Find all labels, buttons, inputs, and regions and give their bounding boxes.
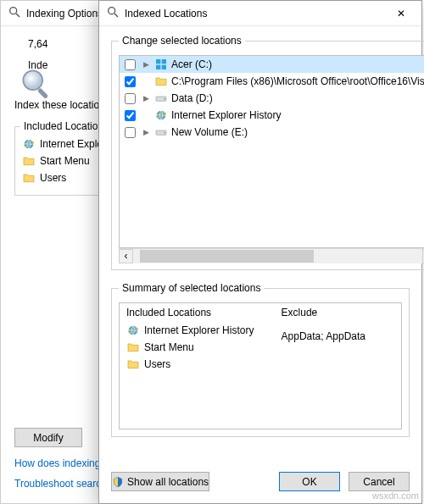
how-indexing-link[interactable]: How does indexing a xyxy=(14,457,109,469)
tree-checkbox[interactable] xyxy=(125,93,136,104)
modify-button[interactable]: Modify xyxy=(14,428,82,447)
list-item-label: Start Menu xyxy=(40,155,90,167)
cancel-button[interactable]: Cancel xyxy=(349,472,410,491)
tree-checkbox[interactable] xyxy=(125,110,136,121)
troubleshoot-link[interactable]: Troubleshoot search xyxy=(14,478,109,490)
summary-item-label: Users xyxy=(144,358,170,370)
tree-row[interactable]: ▶New Volume (E:) xyxy=(120,124,424,141)
modal-titlebar: Indexed Locations ✕ xyxy=(99,1,421,26)
svg-line-7 xyxy=(114,14,118,17)
tree-row-label: New Volume (E:) xyxy=(171,126,248,138)
modal-title: Indexed Locations xyxy=(125,8,207,19)
locations-tree[interactable]: ▶Acer (C:)C:\Program Files (x86)\Microso… xyxy=(119,55,424,248)
summary-exclude-item: AppData; AppData xyxy=(282,329,394,344)
close-button[interactable]: ✕ xyxy=(382,1,420,25)
tree-row-label: Data (D:) xyxy=(171,92,213,104)
watermark: wsxdn.com xyxy=(372,490,419,501)
tree-row-label: C:\Program Files (x86)\Microsoft Office\… xyxy=(171,75,424,87)
show-all-locations-button[interactable]: Show all locations xyxy=(111,472,209,491)
tree-row[interactable]: ▶Data (D:) xyxy=(120,90,424,107)
shield-icon xyxy=(112,476,124,488)
summary-legend: Summary of selected locations xyxy=(119,282,264,294)
ok-button[interactable]: OK xyxy=(279,472,340,491)
magnifier-illustration xyxy=(20,67,55,105)
summary-exclude-label: AppData; AppData xyxy=(282,330,365,342)
expand-icon[interactable]: ▶ xyxy=(141,94,151,102)
scroll-thumb[interactable] xyxy=(140,250,314,263)
tree-checkbox[interactable] xyxy=(125,59,136,70)
summary-item-label: Start Menu xyxy=(144,341,194,353)
indexed-locations-dialog: Indexed Locations ✕ Change selected loca… xyxy=(98,0,422,504)
svg-point-2 xyxy=(23,70,42,90)
svg-rect-9 xyxy=(162,59,166,64)
tree-checkbox[interactable] xyxy=(125,127,136,138)
expand-icon[interactable]: ▶ xyxy=(141,128,151,136)
svg-point-6 xyxy=(109,8,115,14)
svg-rect-11 xyxy=(162,65,166,69)
summary-item: Users xyxy=(126,356,268,373)
svg-line-1 xyxy=(16,14,20,17)
svg-point-0 xyxy=(10,8,17,14)
tree-row-label: Acer (C:) xyxy=(171,58,212,70)
svg-point-13 xyxy=(164,98,165,100)
summary-item: Internet Explorer History xyxy=(126,322,268,339)
tree-horizontal-scrollbar[interactable]: ‹ › xyxy=(119,248,424,263)
expand-icon[interactable]: ▶ xyxy=(141,60,151,69)
tree-row[interactable]: C:\Program Files (x86)\Microsoft Office\… xyxy=(120,73,424,90)
change-locations-group: Change selected locations ▶Acer (C:)C:\P… xyxy=(111,35,424,270)
summary-group: Summary of selected locations Included L… xyxy=(111,282,410,437)
summary-included-header: Included Locations xyxy=(126,307,268,322)
summary-exclude-header: Exclude xyxy=(282,307,394,322)
summary-item: Start Menu xyxy=(126,339,268,356)
search-icon xyxy=(106,5,120,21)
svg-point-17 xyxy=(164,132,165,134)
tree-checkbox[interactable] xyxy=(125,76,136,87)
tree-row[interactable]: ▶Acer (C:) xyxy=(120,56,424,73)
list-item-label: Users xyxy=(40,172,66,184)
search-icon xyxy=(8,5,21,21)
svg-rect-10 xyxy=(156,65,160,69)
summary-item-label: Internet Explorer History xyxy=(144,324,254,336)
index-count: 7,64 xyxy=(28,36,47,53)
change-locations-legend: Change selected locations xyxy=(119,35,245,47)
tree-row[interactable]: Internet Explorer History xyxy=(120,107,424,124)
back-title: Indexing Options xyxy=(26,8,103,19)
show-all-label: Show all locations xyxy=(127,476,209,488)
svg-rect-8 xyxy=(156,59,160,64)
svg-rect-3 xyxy=(37,87,49,99)
scroll-left-arrow-icon[interactable]: ‹ xyxy=(119,249,133,263)
tree-row-label: Internet Explorer History xyxy=(171,109,281,121)
